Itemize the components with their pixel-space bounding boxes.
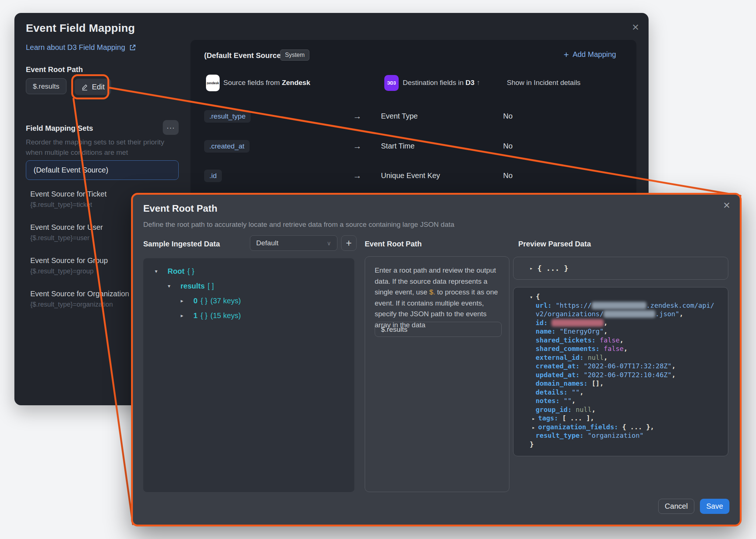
mapping-set-item[interactable]: Event Source for Ticket{$.result_type}=t… bbox=[30, 190, 129, 209]
zendesk-logo: zendesk bbox=[206, 75, 220, 91]
source-field-chip: .result_type bbox=[204, 110, 251, 123]
mapping-panel-title: (Default Event Source) bbox=[204, 51, 283, 60]
sort-up-icon: ↑ bbox=[477, 79, 480, 86]
root-path-instructions: Enter a root path and review the output … bbox=[375, 265, 501, 330]
json-token: [ ... ], bbox=[562, 414, 594, 422]
tree-node-name: 0 bbox=[193, 297, 197, 305]
caret-right-icon[interactable]: ▸ bbox=[530, 265, 533, 271]
caret-down-icon[interactable]: ▾ bbox=[165, 283, 173, 289]
json-token: url: bbox=[536, 301, 556, 309]
mapping-set-item[interactable]: Event Source for Organization{$.result_t… bbox=[30, 289, 129, 308]
mapping-set-item-selected[interactable]: (Default Event Source) bbox=[26, 160, 179, 180]
json-token: , bbox=[592, 406, 596, 413]
tree-node[interactable]: ▸1{ }(15 keys) bbox=[143, 308, 354, 323]
destination-column-header[interactable]: Destination fields in D3↑ bbox=[403, 79, 480, 87]
json-token: v2/organizations/ bbox=[536, 310, 604, 318]
sample-select[interactable]: Default ∨ bbox=[250, 235, 337, 251]
mapping-set-condition: {$.result_type}=group bbox=[30, 267, 129, 275]
tree-node[interactable]: ▸0{ }(37 keys) bbox=[143, 293, 354, 308]
mapping-set-item[interactable]: Event Source for User{$.result_type}=use… bbox=[30, 223, 129, 242]
redacted-text bbox=[604, 310, 655, 318]
field-mapping-sets-description: Reorder the mapping sets to set their pr… bbox=[26, 137, 173, 158]
json-token: { ... }, bbox=[622, 423, 654, 431]
json-token: null bbox=[575, 406, 591, 413]
mapping-row: .result_type→Event TypeNo bbox=[190, 110, 636, 123]
json-line: ▸ tags: [ ... ], bbox=[513, 414, 728, 423]
tree-node-bracket: { } bbox=[200, 311, 207, 320]
sample-select-value: Default bbox=[256, 239, 278, 247]
json-token: "organization" bbox=[588, 431, 644, 439]
tree-node-keys: (37 keys) bbox=[210, 297, 241, 305]
json-caret-icon[interactable]: ▾ bbox=[530, 294, 536, 300]
caret-down-icon[interactable]: ▾ bbox=[152, 268, 160, 274]
json-token: shared_comments: bbox=[536, 345, 604, 352]
mapping-set-title: Event Source for Group bbox=[30, 256, 129, 265]
save-button[interactable]: Save bbox=[700, 499, 729, 514]
json-token: name: bbox=[536, 327, 560, 335]
json-token: null bbox=[588, 354, 604, 361]
json-token: details: bbox=[536, 388, 572, 396]
json-line: url: "https://.zendesk.com/api/ bbox=[513, 301, 728, 310]
system-badge: System bbox=[280, 50, 309, 61]
json-line: notes: "", bbox=[513, 396, 728, 405]
json-token: notes: bbox=[536, 397, 564, 405]
mapping-set-condition: {$.result_type}=user bbox=[30, 234, 129, 242]
caret-right-icon[interactable]: ▸ bbox=[178, 298, 186, 304]
event-root-path-label: Event Root Path bbox=[26, 65, 83, 74]
preview-collapsed-row[interactable]: ▸ { ... } bbox=[513, 257, 728, 280]
json-token: "https:// bbox=[556, 301, 592, 309]
json-token: } bbox=[530, 440, 534, 448]
plus-icon: + bbox=[564, 51, 569, 58]
json-token: , bbox=[679, 310, 683, 318]
tree-node-bracket: [ ] bbox=[208, 282, 214, 290]
show-in-incident-value: No bbox=[503, 171, 513, 180]
source-column-header: Source fields from Zendesk bbox=[223, 79, 310, 87]
mapping-set-item[interactable]: Event Source for Group{$.result_type}=gr… bbox=[30, 256, 129, 275]
mapping-set-condition: {$.result_type}=organization bbox=[30, 301, 129, 308]
dialog-title: Event Root Path bbox=[143, 203, 217, 214]
json-line: domain_names: [], bbox=[513, 379, 728, 388]
preview-parsed-data-label: Preview Parsed Data bbox=[518, 240, 591, 248]
root-path-input[interactable] bbox=[375, 322, 502, 337]
json-caret-icon[interactable]: ▸ bbox=[532, 416, 538, 422]
edit-button[interactable]: Edit bbox=[75, 79, 111, 95]
root-path-box: Enter a root path and review the output … bbox=[365, 256, 509, 492]
json-token: , bbox=[604, 354, 608, 361]
sample-ingested-data-label: Sample Ingested Data bbox=[143, 240, 220, 248]
event-root-path-section-label: Event Root Path bbox=[365, 240, 422, 248]
screen: × Event Field Mapping Learn about D3 Fie… bbox=[0, 0, 756, 539]
close-icon[interactable]: × bbox=[632, 21, 639, 33]
tree-node-name: results bbox=[181, 282, 205, 290]
tree-node-keys: (15 keys) bbox=[210, 311, 241, 320]
json-line: result_type: "organization" bbox=[513, 431, 728, 440]
show-in-incident-value: No bbox=[503, 112, 513, 120]
d3-logo: ЭD3 bbox=[384, 75, 399, 91]
json-token: updated_at: bbox=[536, 371, 584, 379]
add-sample-button[interactable]: + bbox=[341, 235, 357, 251]
json-caret-icon[interactable]: ▸ bbox=[532, 424, 538, 430]
mapping-row: .created_at→Start TimeNo bbox=[190, 140, 636, 153]
add-mapping-button[interactable]: + Add Mapping bbox=[564, 50, 616, 59]
learn-link-label: Learn about D3 Field Mapping bbox=[26, 43, 125, 52]
destination-field: Event Type bbox=[381, 112, 418, 120]
caret-right-icon[interactable]: ▸ bbox=[178, 313, 186, 318]
destination-field: Unique Event Key bbox=[381, 171, 440, 180]
tree-node[interactable]: ▾Root{ } bbox=[143, 264, 354, 279]
close-icon[interactable]: × bbox=[723, 199, 730, 211]
mapping-set-title: Event Source for User bbox=[30, 223, 129, 232]
json-line: name: "EnergyOrg", bbox=[513, 327, 728, 336]
pencil-icon bbox=[81, 83, 88, 91]
json-token: .zendesk.com/api/ bbox=[646, 301, 714, 309]
tree-node-name: 1 bbox=[193, 311, 197, 320]
json-token: "" bbox=[564, 397, 572, 405]
chevron-down-icon: ∨ bbox=[327, 240, 331, 247]
more-options-icon[interactable]: ··· bbox=[163, 120, 179, 135]
tree-node-name: Root bbox=[168, 267, 185, 276]
cancel-button[interactable]: Cancel bbox=[658, 499, 694, 514]
learn-link[interactable]: Learn about D3 Field Mapping bbox=[26, 43, 136, 52]
json-token: false bbox=[599, 336, 619, 344]
tree-node[interactable]: ▾results[ ] bbox=[143, 279, 354, 293]
add-mapping-label: Add Mapping bbox=[573, 50, 616, 59]
arrow-right-icon: → bbox=[353, 111, 361, 121]
event-root-path-value-chip: $.results bbox=[26, 78, 66, 94]
